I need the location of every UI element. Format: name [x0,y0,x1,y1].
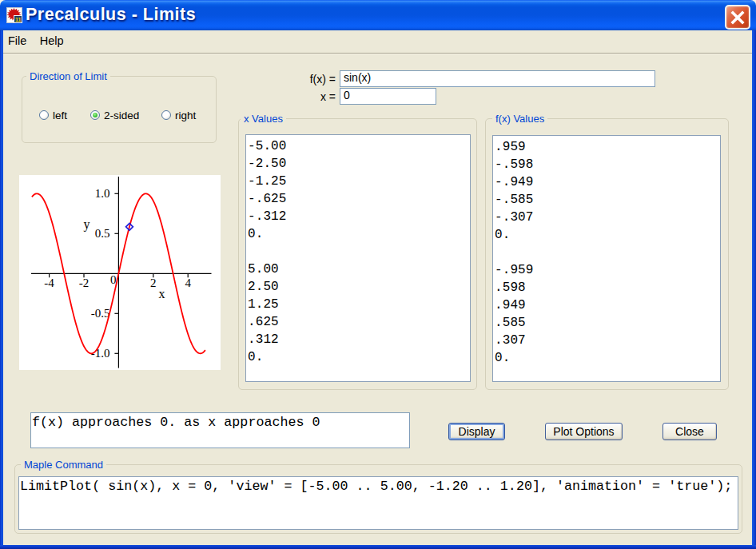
list-value[interactable] [248,243,470,261]
svg-text:0: 0 [110,273,117,286]
menu-help[interactable]: Help [35,30,69,53]
svg-text:-0.5: -0.5 [91,307,110,320]
radio-left[interactable]: left [39,106,67,124]
fx-equals-label: f(x) = [272,73,336,86]
fx-expression-input[interactable]: sin(x) [340,70,655,87]
sine-curve-plot: -4-224-1.0-0.50.51.00yx [19,175,221,370]
radio-left-circle-icon[interactable] [39,110,49,120]
x-value-input[interactable]: 0 [340,88,436,105]
list-value[interactable]: .312 [248,331,470,348]
fx-values-list[interactable]: .959-.598-.949-.585-.3070.-.959.598.949.… [492,135,721,382]
maple-command-text[interactable]: LimitPlot( sin(x), x = 0, 'view' = [-5.0… [18,476,738,530]
window-close-button[interactable] [725,5,750,30]
svg-text:-2: -2 [79,276,90,289]
x-values-list[interactable]: -5.00-2.50-1.25-.625-.3120.5.002.501.25.… [245,134,471,382]
plot-options-button[interactable]: Plot Options [545,423,623,440]
maple-11-icon: 11 [6,7,22,23]
list-value[interactable]: -.625 [248,190,470,208]
direction-radio-row: left 2-sided right [22,106,216,124]
radio-right-label: right [175,109,196,121]
svg-text:x: x [159,287,165,300]
radio-2-sided[interactable]: 2-sided [90,106,139,124]
radio-left-label: left [53,109,67,121]
svg-text:4: 4 [185,276,191,289]
direction-of-limit-group: Direction of Limit left 2-sided right [22,76,217,143]
close-button[interactable]: Close [662,423,717,440]
window-title: Precalculus - Limits [26,0,196,30]
list-value[interactable]: .307 [495,332,720,349]
list-value[interactable]: -2.50 [248,155,470,173]
list-value[interactable]: 0. [495,349,720,367]
list-value[interactable]: .598 [495,279,720,296]
radio-right[interactable]: right [161,106,196,124]
x-values-title: x Values [241,113,286,125]
list-value[interactable]: -.585 [495,191,720,209]
limit-result-text: f(x) approaches 0. as x approaches 0 [30,412,410,448]
radio-2-sided-circle-icon[interactable] [90,110,100,120]
list-value[interactable]: -.959 [495,261,720,279]
list-value[interactable]: 1.25 [248,296,470,313]
close-icon [730,10,746,26]
application-window: 11 Precalculus - Limits File Help Direct… [0,0,756,549]
svg-text:11: 11 [15,17,22,22]
list-value[interactable]: -1.25 [248,173,470,190]
list-value[interactable]: -5.00 [248,137,470,155]
list-value[interactable]: .585 [495,314,720,332]
svg-text:y: y [84,217,90,232]
list-value[interactable]: 5.00 [248,261,470,278]
list-value[interactable]: .949 [495,296,720,314]
x-equals-label: x = [272,90,336,103]
maple-command-title: Maple Command [21,459,106,471]
list-value[interactable]: -.598 [495,156,720,173]
limit-plot: -4-224-1.0-0.50.51.00yx [19,175,221,370]
menu-bar: File Help [3,30,752,54]
list-value[interactable]: -.307 [495,209,720,226]
svg-text:0.5: 0.5 [95,227,110,240]
radio-right-circle-icon[interactable] [161,110,171,120]
list-value[interactable]: 0. [248,348,470,366]
radio-2-sided-label: 2-sided [104,109,139,121]
menu-file[interactable]: File [3,30,31,53]
list-value[interactable]: .959 [495,138,720,156]
list-value[interactable]: -.312 [248,208,470,225]
list-value[interactable]: 0. [248,225,470,243]
list-value[interactable]: -.949 [495,173,720,191]
display-button[interactable]: Display [448,423,505,440]
svg-text:2: 2 [150,276,157,289]
list-value[interactable]: 0. [495,226,720,244]
direction-of-limit-title: Direction of Limit [26,70,110,82]
title-bar[interactable]: 11 Precalculus - Limits [0,0,756,30]
svg-text:1.0: 1.0 [95,187,110,200]
list-value[interactable]: .625 [248,313,470,331]
list-value[interactable]: 2.50 [248,278,470,296]
list-value[interactable] [495,244,720,261]
svg-text:-4: -4 [44,276,54,289]
window-border-bottom [0,545,756,549]
window-border-right [752,30,756,546]
fx-values-title: f(x) Values [492,113,547,125]
